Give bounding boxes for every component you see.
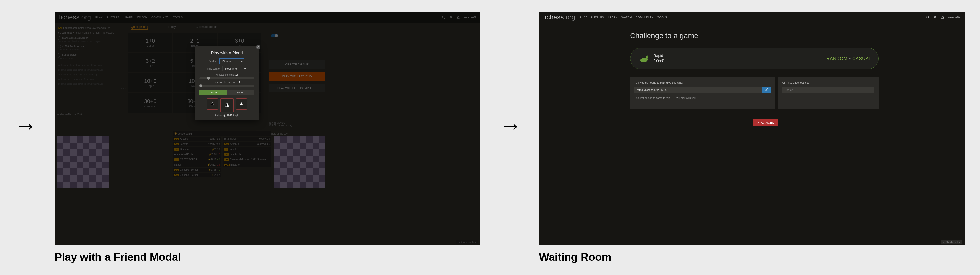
challenge-title: Challenge to a game [630,32,698,40]
bell-icon[interactable] [456,16,460,19]
svg-point-6 [647,58,647,59]
casual-button[interactable]: Casual [199,89,227,95]
nav-tools[interactable]: TOOLS [657,16,667,19]
screenshot-play-with-friend-modal: lichess.org PLAY PUZZLES LEARN WATCH COM… [55,12,480,245]
nav-puzzles[interactable]: PUZZLES [591,16,604,19]
arrow-right-icon: → [15,113,37,138]
search-icon[interactable] [926,16,930,19]
svg-point-0 [442,16,444,18]
create-game-button: CREATE A GAME [269,60,325,69]
friends-online: ▲ friends online [456,240,478,245]
nav-tools[interactable]: TOOLS [173,16,183,19]
color-black-button[interactable] [207,99,218,110]
nav-community[interactable]: COMMUNITY [151,16,169,19]
rating-line: Rating: 🐇 1643 Rapid [199,114,255,117]
variant-select[interactable]: Standard [220,59,244,64]
leaderboard: 🏆 LeaderboardGMArka50 Yearly rideGMJepet… [173,131,271,178]
nav-learn[interactable]: LEARN [124,16,133,19]
invite-url-input[interactable] [635,87,762,93]
nav-puzzles[interactable]: PUZZLES [107,16,119,19]
logo[interactable]: lichess.org [543,14,575,21]
bell-icon[interactable] [940,16,945,19]
nav-play[interactable]: PLAY [580,16,587,19]
invite-url-panel: To invite someone to play, give this URL… [630,77,775,109]
tab-lobby: Lobby [168,25,176,30]
caption-right: Waiting Room [539,251,611,263]
challenges-icon[interactable] [449,16,453,19]
play-with-friend-button: PLAY WITH A FRIEND [269,72,325,81]
pill-timecontrol: 10+0 [654,58,665,64]
invite-user-hint: Or invite a Lichess user: [782,81,874,84]
nav-play[interactable]: PLAY [95,16,103,19]
nav-watch[interactable]: WATCH [621,16,632,19]
invite-hint: To invite someone to play, give this URL… [635,81,771,84]
nav-community[interactable]: COMMUNITY [636,16,654,19]
top-nav: PLAY PUZZLES LEARN WATCH COMMUNITY TOOLS [95,16,183,19]
play-with-friend-modal: ✕ Play with a friend Variant Standard Ti… [195,46,259,120]
svg-point-2 [927,16,929,18]
games-count: 18,977 games in play [269,124,292,127]
cancel-button[interactable]: CANCEL [753,119,778,126]
play-with-computer-button: PLAY WITH THE COMPUTER [269,84,325,92]
svg-point-5 [645,57,648,60]
puzzle-board [274,136,325,188]
username[interactable]: serene99 [948,16,960,19]
tab-correspondence: Correspondence [196,25,218,30]
pill-mode: RANDOM•CASUAL [826,56,872,61]
arrow-right-icon: → [500,113,522,138]
minutes-label: Minutes per side: 10 [199,73,255,76]
time-control-label: Time control [207,67,220,70]
top-nav: PLAY PUZZLES LEARN WATCH COMMUNITY TOOLS [580,16,667,19]
variant-label: Variant [210,60,217,63]
logo[interactable]: lichess.org [59,14,91,21]
nav-watch[interactable]: WATCH [137,16,147,19]
modal-title: Play with a friend [199,51,255,56]
svg-line-1 [444,18,445,19]
sound-toggle [271,34,278,37]
color-white-button[interactable] [236,99,247,110]
invite-user-panel: Or invite a Lichess user: [778,77,878,109]
puzzle-of-day-label: Puzzle of the day [269,132,292,135]
rapid-icon [637,52,649,64]
color-random-button[interactable] [220,99,234,112]
username[interactable]: serene99 [464,16,476,19]
search-icon[interactable] [442,16,445,19]
challenge-pill: Rapid 10+0 RANDOM•CASUAL [630,48,878,69]
increment-label: Increment in seconds: 0 [199,81,255,84]
tv-board [57,136,109,188]
time-control-select[interactable]: Real time [223,66,247,72]
svg-line-3 [928,18,929,19]
players-count: 46,488 players [269,121,292,124]
caption-left: Play with a Friend Modal [55,251,181,263]
close-button[interactable]: ✕ [256,45,260,49]
increment-slider[interactable] [199,85,255,87]
screenshot-waiting-room: lichess.org PLAY PUZZLES LEARN WATCH COM… [539,12,965,245]
friends-online[interactable]: ▲ friends online [940,240,962,245]
rated-button[interactable]: Rated [227,89,255,95]
invite-note: The first person to come to this URL wil… [635,97,771,99]
minutes-slider[interactable] [199,78,255,79]
nav-learn[interactable]: LEARN [608,16,617,19]
copy-url-button[interactable] [762,87,771,93]
pill-variant: Rapid [654,53,665,57]
user-search-input[interactable] [782,87,874,93]
tab-quick-pairing: Quick pairing [131,25,148,30]
lobby-backdrop: FMFedeMaster Twitch viewers Arena with F… [55,23,480,245]
challenges-icon[interactable] [933,16,937,19]
